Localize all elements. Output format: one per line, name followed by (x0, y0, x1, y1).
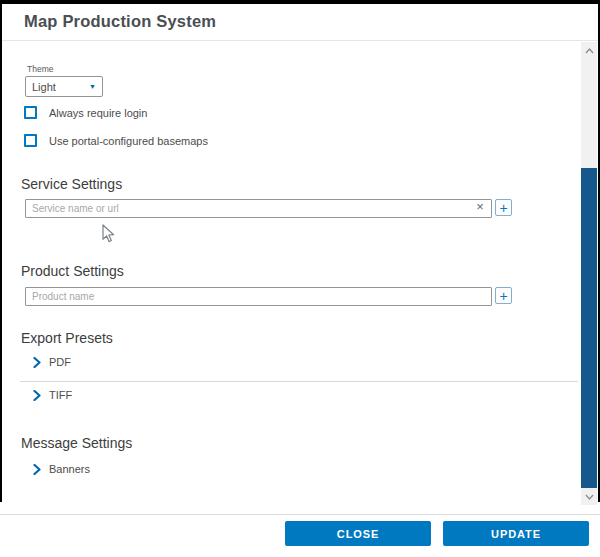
plus-icon: + (499, 289, 507, 303)
export-preset-pdf-row[interactable]: PDF (33, 356, 71, 368)
export-preset-tiff-row[interactable]: TIFF (33, 389, 72, 401)
theme-field-label: Theme (27, 64, 53, 74)
update-button[interactable]: UPDATE (443, 521, 589, 546)
map-production-dialog: Map Production System Theme Light ▼ Alwa… (0, 0, 600, 557)
dialog-title: Map Production System (24, 12, 216, 31)
product-input-wrap (25, 286, 492, 305)
checkbox-label: Use portal-configured basemaps (49, 135, 208, 147)
plus-icon: + (499, 201, 507, 215)
preset-divider (20, 381, 578, 382)
scroll-up-icon[interactable] (581, 44, 597, 58)
preset-label: PDF (49, 356, 71, 368)
product-settings-heading: Product Settings (21, 263, 124, 279)
portal-basemaps-row[interactable]: Use portal-configured basemaps (24, 134, 208, 147)
service-settings-heading: Service Settings (21, 176, 122, 192)
banners-row[interactable]: Banners (33, 463, 90, 475)
export-presets-heading: Export Presets (21, 330, 113, 346)
close-button[interactable]: CLOSE (285, 521, 431, 546)
product-name-input[interactable] (25, 287, 492, 306)
always-require-login-checkbox[interactable] (24, 106, 37, 119)
theme-select-value: Light (32, 81, 56, 93)
add-product-button[interactable]: + (495, 287, 512, 304)
checkbox-label: Always require login (49, 107, 147, 119)
service-name-input[interactable] (25, 199, 492, 218)
scroll-down-icon[interactable] (581, 490, 597, 504)
dialog-frame-left (0, 0, 2, 502)
theme-select[interactable]: Light ▼ (25, 76, 103, 97)
banners-label: Banners (49, 463, 90, 475)
mouse-cursor (101, 224, 115, 248)
chevron-right-icon (33, 464, 41, 475)
service-input-wrap: × (25, 198, 492, 217)
dialog-frame-top (0, 0, 600, 4)
add-service-button[interactable]: + (495, 199, 512, 216)
clear-icon[interactable]: × (473, 199, 487, 215)
always-require-login-row[interactable]: Always require login (24, 106, 147, 119)
chevron-right-icon (33, 390, 41, 401)
chevron-right-icon (33, 357, 41, 368)
caret-down-icon: ▼ (89, 83, 96, 90)
footer-divider (0, 514, 600, 515)
scrollbar-thumb[interactable] (581, 168, 597, 488)
message-settings-heading: Message Settings (21, 435, 132, 451)
preset-label: TIFF (49, 389, 72, 401)
title-divider (2, 40, 598, 41)
portal-basemaps-checkbox[interactable] (24, 134, 37, 147)
